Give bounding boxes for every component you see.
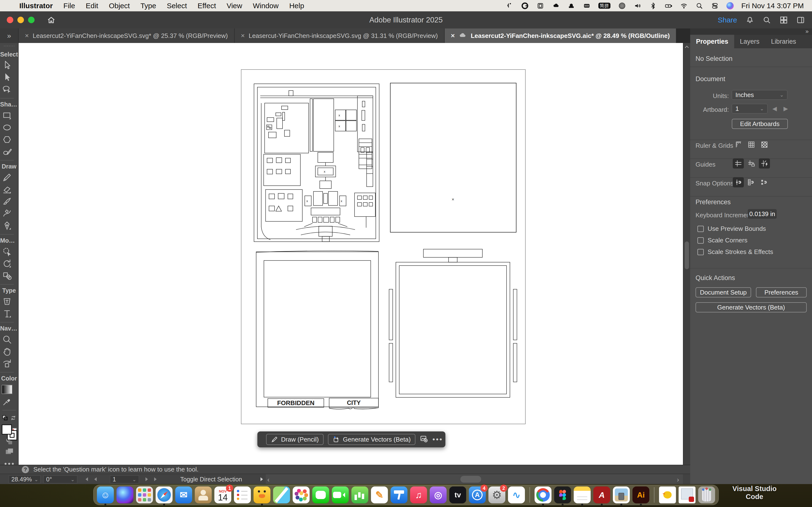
shaper-tool[interactable] xyxy=(0,146,14,158)
dock-item-launchpad[interactable] xyxy=(136,487,153,503)
rotation-select[interactable]: 0°⌄ xyxy=(44,475,77,483)
scroll-right-icon[interactable]: › xyxy=(677,476,679,484)
canvas[interactable]: xxx xx × xyxy=(18,43,683,465)
dock-item-numbers[interactable] xyxy=(351,487,368,503)
share-button[interactable]: Share xyxy=(718,16,737,24)
battery-icon[interactable] xyxy=(665,2,672,10)
menu-item-edit[interactable]: Edit xyxy=(86,2,98,10)
generate-vectors-button[interactable]: Generate Vectors (Beta) xyxy=(328,434,415,445)
menu-item-help[interactable]: Help xyxy=(289,2,304,10)
dock-item-figma[interactable] xyxy=(554,487,571,503)
horizontal-scroll-thumb[interactable] xyxy=(460,476,481,483)
paintbrush-tool[interactable] xyxy=(0,195,14,208)
rotate-view-tool[interactable] xyxy=(0,357,14,370)
eyedropper-tool[interactable] xyxy=(0,395,14,407)
show-guides-icon[interactable] xyxy=(733,158,744,169)
map-cut-artwork[interactable]: xxx xx xyxy=(253,82,380,243)
creative-cloud-icon[interactable] xyxy=(552,2,560,10)
display-icon[interactable] xyxy=(537,2,544,10)
preferences-button[interactable]: Preferences xyxy=(756,287,807,297)
menu-item-file[interactable]: File xyxy=(63,2,75,10)
fill-stroke-widget[interactable] xyxy=(1,425,17,425)
vertical-scroll-thumb[interactable] xyxy=(684,241,689,269)
direct-selection-tool[interactable] xyxy=(0,71,14,83)
panel-collapse-icon[interactable]: » xyxy=(690,29,812,35)
lock-guides-icon[interactable] xyxy=(746,158,757,169)
dock-item-photos[interactable] xyxy=(293,487,310,503)
dock-item-podcasts[interactable]: ◎ xyxy=(430,487,447,503)
bluetooth-icon[interactable] xyxy=(649,2,657,10)
artboard-number-select[interactable]: 1⌄ xyxy=(110,475,139,483)
scroll-up-icon[interactable] xyxy=(684,45,689,49)
selection-tool[interactable] xyxy=(0,59,14,71)
show-transparency-grid-icon[interactable] xyxy=(759,139,770,150)
artboard-nav-next[interactable] xyxy=(144,476,159,482)
dock-item-notes[interactable] xyxy=(574,487,591,503)
smart-guides-icon[interactable] xyxy=(759,158,770,169)
toggle-direct-selection[interactable]: Toggle Direct Selection xyxy=(180,476,253,483)
keyboard-increment-field[interactable]: 0.0139 in xyxy=(748,209,777,219)
draw-pencil-button[interactable]: Draw (Pencil) xyxy=(266,434,323,445)
dock-item-freeform[interactable]: ∿ xyxy=(508,487,525,503)
document-tab-3-active[interactable]: × Leasercut2-YiFanChen-inkscapeSVG.aic* … xyxy=(445,29,677,43)
more-tools-icon[interactable] xyxy=(5,463,14,465)
dock-item-chrome[interactable] xyxy=(535,487,552,503)
pen-tool[interactable] xyxy=(0,220,14,232)
dock-item-photo-app[interactable] xyxy=(613,487,630,503)
close-tab-icon[interactable]: × xyxy=(241,32,245,40)
search-icon[interactable] xyxy=(763,16,771,24)
menu-item-window[interactable]: Window xyxy=(253,2,278,10)
dock-item-trash[interactable] xyxy=(698,487,715,503)
rotate-tool[interactable] xyxy=(0,258,14,270)
artboard-icon[interactable] xyxy=(2,446,16,457)
document-setup-button[interactable]: Document Setup xyxy=(696,287,751,297)
dock-item-safari[interactable] xyxy=(156,487,172,503)
swap-fill-stroke-icon[interactable] xyxy=(10,415,16,421)
dock-item-cyberduck[interactable] xyxy=(254,487,270,503)
horizontal-scrollbar[interactable]: ‹ › xyxy=(266,474,683,484)
checkbox-box[interactable] xyxy=(698,237,704,243)
dock-item-screenshot-stack[interactable] xyxy=(678,487,696,503)
show-grid-icon[interactable] xyxy=(746,139,757,150)
dock-item-facetime[interactable] xyxy=(332,487,349,503)
artboard-nav-prev[interactable] xyxy=(83,476,98,482)
dock-item-messages[interactable] xyxy=(312,487,329,503)
taskbar-more-icon[interactable]: ••• xyxy=(433,435,443,444)
toolbar-grip[interactable] xyxy=(4,46,14,46)
frame-cut-with-slots[interactable] xyxy=(387,249,520,401)
dock-item-keynote[interactable] xyxy=(391,487,407,503)
dock-item-illustrator[interactable]: Ai xyxy=(632,487,649,503)
artboard-next-icon[interactable]: ▶ xyxy=(783,105,788,112)
dock-item-reminders[interactable] xyxy=(234,487,251,503)
dock-item-system-settings[interactable]: ⚙2 xyxy=(489,487,505,503)
wifi-icon[interactable] xyxy=(680,2,688,10)
menu-clock[interactable]: Fri Nov 14 3:07 PM xyxy=(742,2,804,10)
vscode-desktop-icon-label[interactable]: Visual Studio Code xyxy=(725,485,783,501)
artboard-select[interactable]: 1⌄ xyxy=(732,104,767,113)
dock-item-calendar[interactable]: NOV141 xyxy=(214,487,231,503)
airpods-icon[interactable] xyxy=(618,2,626,10)
dock-item-contacts[interactable] xyxy=(195,487,212,503)
polygon-tool[interactable] xyxy=(0,133,14,146)
tab-properties[interactable]: Properties xyxy=(690,35,734,48)
dock-item-siri[interactable] xyxy=(116,487,134,503)
curvature-tool[interactable] xyxy=(0,208,14,220)
tab-libraries[interactable]: Libraries xyxy=(765,35,802,48)
panel-toggle-icon[interactable] xyxy=(797,16,805,24)
menu-item-illustrator[interactable]: Illustrator xyxy=(19,2,53,10)
use-preview-bounds-checkbox[interactable]: Use Preview Bounds xyxy=(698,225,766,232)
blank-cut-rectangle[interactable] xyxy=(390,83,516,232)
close-tab-icon[interactable]: × xyxy=(451,32,455,40)
tab-layers[interactable]: Layers xyxy=(734,35,765,48)
dock-item-finder[interactable]: ☺ xyxy=(97,487,114,503)
document-tab-1[interactable]: × Leasercut2-YiFanChen-inkscapeSVG.svg* … xyxy=(18,29,235,43)
dock-item-tv[interactable]: tv xyxy=(449,487,466,503)
scale-strokes-effects-checkbox[interactable]: Scale Strokes & Effects xyxy=(698,248,773,256)
shape-builder-tool[interactable] xyxy=(0,270,14,282)
input-method-icon[interactable]: 简拼 xyxy=(598,3,610,9)
menu-item-type[interactable]: Type xyxy=(140,2,156,10)
pencil-tool[interactable] xyxy=(0,171,14,183)
lasso-tool[interactable] xyxy=(0,83,14,96)
generate-vectors-beta-button[interactable]: Generate Vectors (Beta) xyxy=(696,302,807,313)
menu-item-effect[interactable]: Effect xyxy=(198,2,216,10)
